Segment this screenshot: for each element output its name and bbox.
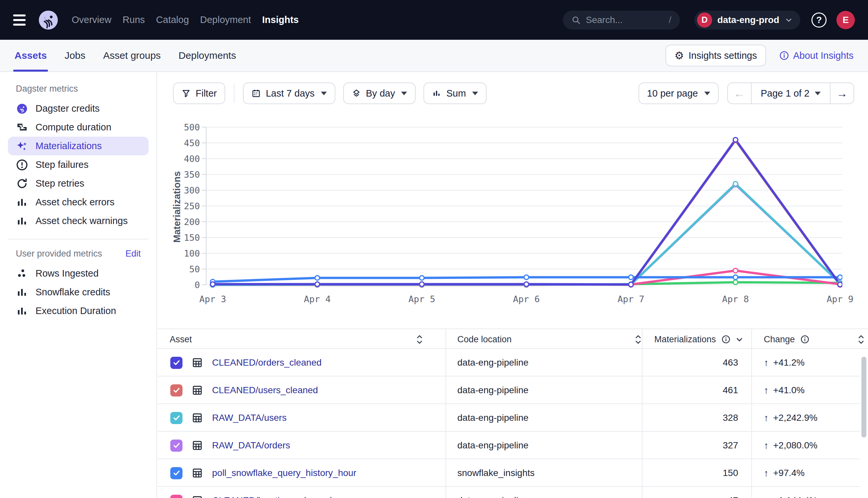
up-arrow-icon: ↑ bbox=[764, 440, 769, 451]
sidebar-item-compute-duration[interactable]: Compute duration bbox=[8, 118, 149, 137]
column-header-code-location[interactable]: Code location bbox=[457, 329, 628, 350]
asset-link[interactable]: poll_snowflake_query_history_hour bbox=[212, 468, 356, 478]
about-insights-link[interactable]: About Insights bbox=[779, 50, 854, 61]
next-page-button[interactable]: → bbox=[830, 83, 854, 104]
prev-page-button[interactable]: ← bbox=[728, 83, 751, 104]
dots-icon bbox=[16, 267, 28, 280]
code-location: snowflake_insights bbox=[457, 468, 535, 478]
layers-icon bbox=[352, 89, 361, 98]
materializations-value: 327 bbox=[723, 440, 738, 451]
materializations-value: 150 bbox=[723, 468, 738, 478]
chevron-down-icon bbox=[784, 16, 793, 24]
series-checkbox[interactable] bbox=[170, 384, 182, 396]
check-icon bbox=[173, 359, 180, 367]
asset-link[interactable]: CLEANED/locations_cleaned bbox=[212, 495, 332, 498]
nav-link-deployment[interactable]: Deployment bbox=[200, 14, 251, 25]
sidebar-item-rows-ingested[interactable]: Rows Ingested bbox=[8, 264, 149, 283]
user-avatar[interactable]: E bbox=[837, 11, 855, 29]
nav-link-catalog[interactable]: Catalog bbox=[156, 14, 189, 25]
search-input[interactable]: Search... / bbox=[563, 11, 680, 29]
series-checkbox[interactable] bbox=[170, 357, 182, 369]
granularity-dropdown[interactable]: By day bbox=[343, 82, 416, 104]
sidebar-item-asset-check-errors[interactable]: Asset check errors bbox=[8, 193, 149, 212]
sidebar-item-snowflake-credits[interactable]: Snowflake credits bbox=[8, 283, 149, 302]
y-axis-tick: 250 bbox=[161, 201, 200, 211]
series-checkbox[interactable] bbox=[170, 495, 182, 498]
date-range-dropdown[interactable]: Last 7 days bbox=[243, 82, 335, 104]
y-axis-tick: 300 bbox=[161, 185, 200, 195]
bar-chart-icon bbox=[16, 215, 28, 227]
column-header-asset[interactable]: Asset bbox=[170, 329, 433, 350]
asset-link[interactable]: RAW_DATA/orders bbox=[212, 440, 290, 451]
org-badge: D bbox=[697, 12, 712, 28]
sidebar-item-materializations[interactable]: Materializations bbox=[8, 137, 149, 155]
tab-deployments[interactable]: Deployments bbox=[179, 39, 236, 71]
sidebar-item-dagster-credits[interactable]: Dagster credits bbox=[8, 99, 149, 118]
retry-icon bbox=[16, 178, 28, 190]
change-value: ↑ +2,080.0% bbox=[764, 440, 817, 451]
per-page-dropdown[interactable]: 10 per page bbox=[638, 82, 719, 104]
y-axis-tick: 200 bbox=[161, 217, 200, 227]
search-shortcut-hint: / bbox=[669, 15, 672, 25]
dagster-logo-icon[interactable] bbox=[38, 9, 59, 31]
table-asset-icon bbox=[192, 468, 203, 479]
code-location: data-eng-pipeline bbox=[457, 357, 528, 368]
change-value: ↑ +97.4% bbox=[764, 468, 805, 479]
check-icon bbox=[173, 414, 180, 422]
y-axis-tick: 500 bbox=[161, 122, 200, 132]
nav-link-runs[interactable]: Runs bbox=[123, 14, 145, 25]
up-arrow-icon: ↑ bbox=[764, 357, 769, 368]
hamburger-menu-icon[interactable] bbox=[13, 14, 28, 26]
tab-asset-groups[interactable]: Asset groups bbox=[103, 39, 161, 71]
series-checkbox[interactable] bbox=[170, 412, 182, 424]
table-header: Asset Code location Materializations bbox=[158, 328, 868, 349]
x-axis-tick: Apr 8 bbox=[722, 294, 749, 304]
x-axis-tick: Apr 3 bbox=[199, 294, 226, 304]
caret-down-icon bbox=[815, 92, 821, 95]
sort-icon bbox=[635, 335, 641, 344]
tab-assets[interactable]: Assets bbox=[14, 39, 47, 71]
column-header-materializations[interactable]: Materializations bbox=[654, 329, 746, 350]
duration-icon bbox=[16, 121, 28, 134]
aggregation-dropdown[interactable]: Sum bbox=[423, 82, 487, 104]
asset-link[interactable]: CLEANED/orders_cleaned bbox=[212, 357, 321, 368]
table-asset-icon bbox=[192, 440, 203, 451]
x-axis-tick: Apr 4 bbox=[304, 294, 330, 304]
nav-link-overview[interactable]: Overview bbox=[72, 14, 112, 25]
asset-link[interactable]: RAW_DATA/users bbox=[212, 412, 287, 423]
caret-down-icon bbox=[704, 92, 710, 95]
nav-link-insights[interactable]: Insights bbox=[262, 14, 298, 25]
series-checkbox[interactable] bbox=[170, 440, 182, 452]
info-icon[interactable] bbox=[722, 335, 730, 344]
page-selector[interactable]: Page 1 of 2 bbox=[751, 83, 830, 104]
sidebar-item-asset-check-warnings[interactable]: Asset check warnings bbox=[8, 212, 149, 230]
table-scrollbar-thumb[interactable] bbox=[861, 357, 866, 437]
controls-divider bbox=[234, 84, 234, 103]
change-value: ↑ +1,144.4% bbox=[764, 495, 817, 498]
code-location: data-eng-pipeline bbox=[457, 440, 528, 451]
materializations-value: 463 bbox=[723, 357, 738, 368]
tab-jobs[interactable]: Jobs bbox=[64, 39, 85, 71]
sidebar-item-step-failures[interactable]: Step failures bbox=[8, 155, 149, 174]
filter-button[interactable]: Filter bbox=[173, 82, 225, 104]
bar-chart-icon bbox=[432, 89, 441, 98]
sidebar-item-step-retries[interactable]: Step retries bbox=[8, 174, 149, 193]
sidebar-item-execution-duration[interactable]: Execution Duration bbox=[8, 302, 149, 320]
insights-settings-button[interactable]: ⚙ Insights settings bbox=[665, 45, 766, 66]
search-icon bbox=[572, 15, 580, 25]
main-content: Filter Last 7 days B bbox=[158, 72, 868, 498]
org-name: data-eng-prod bbox=[717, 15, 779, 25]
sidebar-section-header: User provided metrics bbox=[16, 249, 102, 259]
sort-icon bbox=[416, 335, 423, 344]
help-icon[interactable]: ? bbox=[812, 12, 827, 28]
info-icon[interactable] bbox=[800, 335, 809, 344]
assets-table: Asset Code location Materializations bbox=[158, 328, 868, 498]
column-header-change[interactable]: Change bbox=[764, 329, 859, 350]
up-arrow-icon: ↑ bbox=[764, 385, 769, 396]
series-checkbox[interactable] bbox=[170, 467, 182, 479]
asset-link[interactable]: CLEANED/users_cleaned bbox=[212, 385, 318, 395]
edit-metrics-link[interactable]: Edit bbox=[125, 249, 141, 259]
insights-page: Overview Runs Catalog Deployment Insight… bbox=[0, 0, 868, 498]
up-arrow-icon: ↑ bbox=[764, 412, 769, 423]
org-switcher[interactable]: D data-eng-prod bbox=[694, 11, 800, 29]
